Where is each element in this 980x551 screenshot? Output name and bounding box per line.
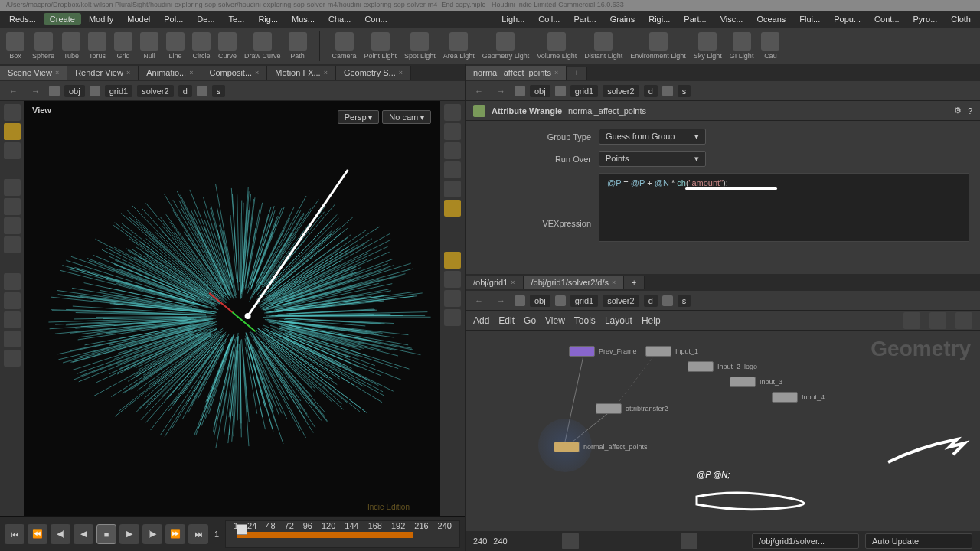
handle-tool[interactable]: [4, 179, 21, 196]
menu-polygon[interactable]: Pol...: [158, 13, 189, 25]
path-grid1[interactable]: grid1: [570, 295, 598, 307]
snap-tool[interactable]: [4, 292, 21, 309]
menu-modify[interactable]: Modify: [83, 13, 119, 25]
brush-tool[interactable]: [4, 273, 21, 290]
menu-oceans[interactable]: Oceans: [750, 13, 792, 25]
last-frame-button[interactable]: ⏭: [188, 524, 208, 544]
node-prev-frame[interactable]: Prev_Frame: [569, 346, 637, 357]
close-icon[interactable]: ×: [612, 279, 616, 286]
shelf-tube[interactable]: Tube: [62, 32, 80, 60]
path-grid1[interactable]: grid1: [570, 85, 598, 97]
path-s[interactable]: s: [678, 85, 691, 97]
first-frame-button[interactable]: ⏮: [5, 524, 24, 544]
step-back-button[interactable]: ◀|: [51, 524, 70, 544]
snap-curve-tool[interactable]: [4, 331, 21, 347]
snap-multi-tool[interactable]: [4, 350, 21, 367]
nav-fwd[interactable]: →: [492, 295, 510, 307]
path-d[interactable]: d: [178, 85, 192, 97]
shelf-torus[interactable]: Torus: [88, 32, 106, 60]
path-obj[interactable]: obj: [530, 295, 550, 307]
node-input2[interactable]: Input_2_logo: [688, 361, 757, 372]
nav-back[interactable]: ←: [470, 295, 488, 307]
menu-rigging[interactable]: Rig...: [252, 13, 284, 25]
menu-particles2[interactable]: Part...: [678, 13, 712, 25]
path-obj[interactable]: obj: [64, 85, 85, 97]
tree-view-icon[interactable]: [929, 312, 946, 329]
hide-tool[interactable]: [444, 161, 461, 178]
path-solver2[interactable]: solver2: [603, 295, 639, 307]
shelf-circle[interactable]: Circle: [192, 32, 211, 60]
path-s[interactable]: s: [212, 85, 226, 97]
node-wrangle[interactable]: normal_affect_points: [554, 442, 647, 452]
path-grid1[interactable]: grid1: [105, 85, 132, 97]
viewport-canvas[interactable]: View Persp ▾ No cam ▾ Indie Edition: [24, 101, 440, 516]
menu-deform[interactable]: De...: [191, 13, 220, 25]
shelf-pointlight[interactable]: Point Light: [364, 32, 397, 60]
menu-redshift[interactable]: Reds...: [3, 13, 42, 25]
shelf-line[interactable]: Line: [166, 32, 185, 60]
menu-texture[interactable]: Te...: [223, 13, 251, 25]
nav-back[interactable]: ←: [470, 85, 488, 97]
nav-fwd[interactable]: →: [492, 85, 510, 97]
shelf-envlight[interactable]: Environment Light: [630, 32, 686, 60]
menu-particles[interactable]: Part...: [567, 13, 602, 25]
shelf-spotlight[interactable]: Spot Light: [404, 32, 436, 60]
shelf-volumelight[interactable]: Volume Light: [537, 32, 577, 60]
shaded-display[interactable]: [444, 309, 461, 326]
menu-collisions[interactable]: Coll...: [532, 13, 566, 25]
next-key-button[interactable]: ⏩: [165, 524, 185, 544]
tab-add[interactable]: +: [624, 276, 645, 289]
tab-add[interactable]: +: [567, 67, 587, 80]
step-fwd-button[interactable]: |▶: [142, 524, 162, 544]
shelf-arealight[interactable]: Area Light: [443, 32, 475, 60]
lock-tool[interactable]: [444, 142, 461, 159]
rotate-tool[interactable]: [4, 217, 21, 234]
shelf-path[interactable]: Path: [289, 32, 307, 60]
wireframe-display[interactable]: [444, 290, 461, 307]
shelf-sphere[interactable]: Sphere: [32, 32, 54, 60]
run-over-select[interactable]: Points ▾: [599, 151, 706, 167]
shelf-gilight[interactable]: GI Light: [730, 32, 754, 60]
tab-param[interactable]: normal_affect_points×: [466, 66, 567, 80]
path-solver2[interactable]: solver2: [137, 85, 173, 97]
points-display[interactable]: [444, 271, 461, 288]
shelf-geolight[interactable]: Geometry Light: [482, 32, 530, 60]
net-layout[interactable]: Layout: [605, 315, 632, 326]
scene-viewport[interactable]: View Persp ▾ No cam ▾ Indie Edition: [0, 101, 465, 516]
path-obj[interactable]: obj: [530, 85, 550, 97]
help-icon[interactable]: ?: [968, 106, 972, 116]
node-input4[interactable]: Input_4: [772, 392, 825, 403]
path-s[interactable]: s: [678, 295, 691, 307]
tab-sceneview[interactable]: Scene View×: [0, 66, 67, 80]
close-icon[interactable]: ×: [399, 69, 403, 77]
net-view[interactable]: View: [545, 315, 565, 326]
group-type-select[interactable]: Guess from Group ▾: [599, 129, 706, 145]
close-icon[interactable]: ×: [126, 69, 130, 77]
headlight-tool[interactable]: [444, 200, 461, 217]
vex-snippet-input[interactable]: @P = @P + @N * ch("amount");: [599, 173, 969, 242]
menu-character[interactable]: Cha...: [322, 13, 357, 25]
nav-back[interactable]: ←: [5, 85, 22, 97]
tab-geosheet[interactable]: Geometry S...×: [336, 66, 411, 80]
shelf-camera[interactable]: Camera: [332, 32, 357, 60]
select-points-tool[interactable]: [4, 142, 21, 159]
shelf-distantlight[interactable]: Distant Light: [584, 32, 622, 60]
loop-icon[interactable]: [681, 533, 697, 549]
stop-button[interactable]: ■: [96, 524, 116, 544]
close-icon[interactable]: ×: [189, 69, 193, 77]
menu-model[interactable]: Model: [121, 13, 156, 25]
light-tool[interactable]: [444, 181, 461, 197]
prev-key-button[interactable]: ⏪: [28, 524, 47, 544]
tab-motionfx[interactable]: Motion FX...×: [267, 66, 336, 80]
nav-fwd[interactable]: →: [27, 85, 44, 97]
shelf-skylight[interactable]: Sky Light: [694, 32, 722, 60]
shelf-drawcurve[interactable]: Draw Curve: [244, 32, 281, 60]
net-help[interactable]: Help: [642, 315, 661, 326]
node-input3[interactable]: Input_3: [730, 377, 782, 387]
snap-grid-tool[interactable]: [4, 311, 21, 328]
tab-renderview[interactable]: Render View×: [67, 66, 139, 80]
tab-animation[interactable]: Animatio...×: [139, 66, 201, 80]
update-mode[interactable]: Auto Update: [865, 533, 972, 549]
shelf-null[interactable]: Null: [140, 32, 158, 60]
net-edit[interactable]: Edit: [498, 315, 514, 326]
